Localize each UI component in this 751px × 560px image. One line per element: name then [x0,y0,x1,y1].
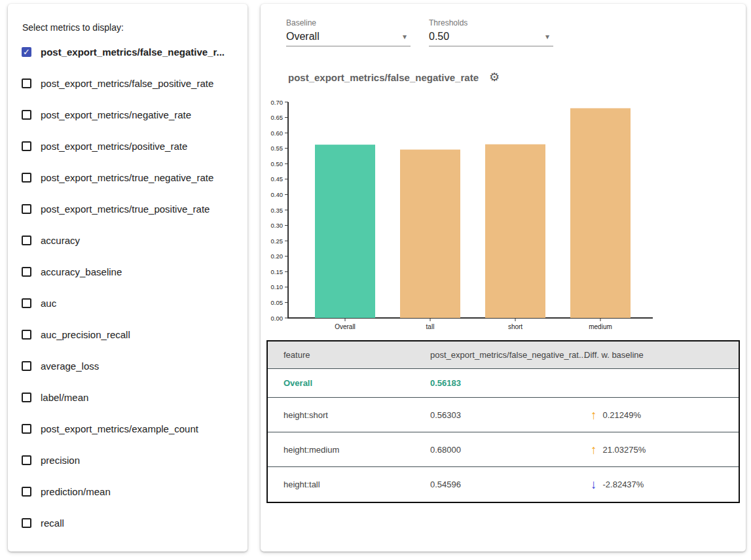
baseline-value: Overall [286,31,320,43]
checkbox-unchecked-icon[interactable] [22,518,31,528]
down-arrow-icon: ↓ [591,478,597,491]
y-tick-label: 0.05 [271,299,284,306]
feature-cell: height:short [268,410,430,420]
sidebar-heading: Select metrics to display: [22,22,247,33]
metric-item[interactable]: prediction/mean [8,476,247,507]
metric-item[interactable]: post_export_metrics/positive_rate [8,130,247,162]
metric-label: post_export_metrics/positive_rate [41,141,187,152]
checkbox-unchecked-icon[interactable] [22,393,31,402]
y-tick-label: 0.30 [271,222,284,229]
checkbox-unchecked-icon[interactable] [22,330,31,340]
diff-value: -2.82437% [603,480,644,489]
thresholds-label: Thresholds [429,18,553,27]
checkbox-unchecked-icon[interactable] [22,487,31,497]
up-arrow-icon: ↑ [591,409,597,421]
y-tick-label: 0.45 [271,175,284,183]
diff-value: 21.03275% [603,445,646,455]
checkbox-checked-icon[interactable]: ✓ [22,47,31,57]
y-tick-label: 0.35 [271,207,284,214]
metrics-panel: Baseline Overall ▾ Thresholds 0.50 ▾ pos… [261,4,746,551]
table-row: Overall0.56183 [268,369,739,398]
baseline-label: Baseline [286,18,411,27]
settings-gear-icon[interactable]: ⚙ [489,71,500,83]
checkbox-unchecked-icon[interactable] [22,173,31,183]
chevron-down-icon: ▾ [403,32,407,41]
metric-label: recall [41,517,64,529]
column-header-feature: feature [268,350,430,360]
y-tick-label: 0.25 [271,237,284,245]
metric-item[interactable]: recall [8,507,247,538]
diff-value: 0.21249% [603,410,642,420]
bar-short[interactable] [485,145,545,318]
x-tick-label: short [508,323,522,330]
y-tick-label: 0.40 [271,191,284,198]
metric-item[interactable]: post_export_metrics/negative_rate [8,99,247,130]
checkbox-unchecked-icon[interactable] [22,204,31,214]
metric-selector-panel: Select metrics to display: ✓post_export_… [8,4,247,551]
metric-item[interactable]: post_export_metrics/true_negative_rate [8,162,247,193]
value-cell: 0.68000 [430,445,584,455]
checkbox-unchecked-icon[interactable] [22,361,31,371]
value-cell: 0.56303 [430,410,584,420]
metric-item[interactable]: accuracy [8,224,247,256]
baseline-select[interactable]: Baseline Overall ▾ [286,18,411,46]
checkbox-unchecked-icon[interactable] [22,424,31,434]
checkbox-unchecked-icon[interactable] [22,79,31,88]
checkbox-unchecked-icon[interactable] [22,110,31,120]
chart-title: post_export_metrics/false_negative_rate [288,72,479,83]
table-body: Overall0.56183height:short0.56303↑0.2124… [268,369,739,502]
metric-item[interactable]: post_export_metrics/example_count [8,413,247,444]
y-tick-label: 0.55 [271,145,284,152]
metric-item[interactable]: label/mean [8,381,247,413]
table-row: height:short0.56303↑0.21249% [268,398,739,432]
checkbox-unchecked-icon[interactable] [22,267,31,277]
metric-label: post_export_metrics/example_count [41,423,198,434]
metric-label: accuracy [41,235,80,246]
table-header: feature post_export_metrics/false_negati… [268,341,739,369]
metric-item[interactable]: post_export_metrics/true_positive_rate [8,193,247,224]
metric-list: ✓post_export_metrics/false_negative_r...… [8,36,247,538]
bar-Overall[interactable] [315,145,375,318]
metric-item[interactable]: precision [8,444,247,476]
y-tick-label: 0.70 [271,99,284,106]
metric-item[interactable]: accuracy_baseline [8,256,247,287]
metric-label: precision [41,455,80,466]
y-tick-label: 0.15 [271,268,284,275]
metric-item[interactable]: ✓post_export_metrics/false_negative_r... [8,36,247,67]
bar-tall[interactable] [400,150,460,318]
y-tick-label: 0.65 [271,114,284,121]
metric-item[interactable]: auc_precision_recall [8,319,247,350]
bar-chart: 0.000.050.100.150.200.250.300.350.400.45… [266,96,672,334]
metric-label: auc [41,298,56,309]
checkbox-unchecked-icon[interactable] [22,141,31,151]
diff-cell: ↑21.03275% [584,444,739,456]
chevron-down-icon: ▾ [545,32,549,41]
column-header-metric: post_export_metrics/false_negative_rat..… [430,350,584,360]
table-row: height:medium0.68000↑21.03275% [268,432,739,467]
controls-row: Baseline Overall ▾ Thresholds 0.50 ▾ [286,18,553,46]
metric-item[interactable]: average_loss [8,350,247,381]
diff-cell: ↑0.21249% [584,409,739,421]
metric-label: post_export_metrics/true_negative_rate [41,172,213,183]
value-cell: 0.56183 [430,378,584,388]
checkbox-unchecked-icon[interactable] [22,298,31,308]
checkbox-unchecked-icon[interactable] [22,236,31,245]
value-cell: 0.54596 [430,480,584,489]
y-tick-label: 0.60 [271,130,284,137]
metric-item[interactable]: auc [8,287,247,319]
checkbox-unchecked-icon[interactable] [22,455,31,465]
metric-label: label/mean [41,392,88,403]
x-tick-label: medium [589,323,612,330]
y-tick-label: 0.50 [271,160,284,167]
metric-label: prediction/mean [41,486,111,497]
thresholds-select[interactable]: Thresholds 0.50 ▾ [429,18,553,46]
chart-title-row: post_export_metrics/false_negative_rate … [288,71,500,83]
y-tick-label: 0.20 [271,253,284,260]
y-tick-label: 0.00 [271,315,284,322]
bar-medium[interactable] [570,108,631,318]
metric-label: average_loss [41,360,99,372]
metric-label: accuracy_baseline [41,266,122,277]
metric-item[interactable]: post_export_metrics/false_positive_rate [8,67,247,99]
metric-label: post_export_metrics/negative_rate [41,109,191,120]
x-tick-label: Overall [335,323,356,330]
